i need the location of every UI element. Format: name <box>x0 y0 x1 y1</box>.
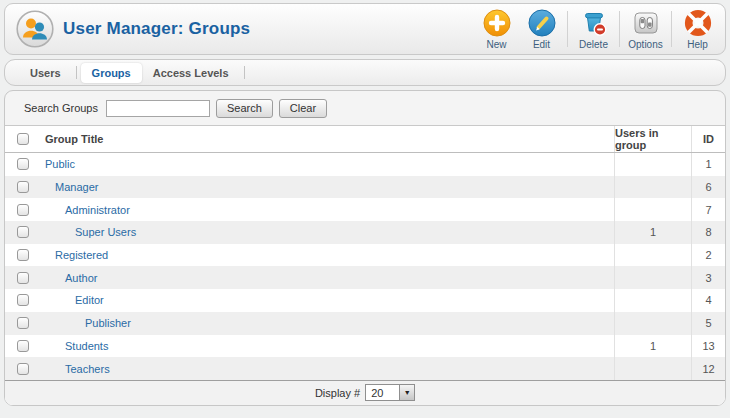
table-row: Publisher 5 <box>5 312 725 335</box>
id-cell: 8 <box>691 221 725 244</box>
group-title-link[interactable]: Publisher <box>45 317 131 329</box>
users-in-group-cell <box>614 153 691 176</box>
delete-icon <box>580 9 608 37</box>
row-checkbox[interactable] <box>17 181 29 193</box>
select-all-checkbox[interactable] <box>17 133 29 145</box>
row-check-cell <box>5 176 41 199</box>
group-title-cell: Public <box>41 153 614 176</box>
row-check-cell <box>5 153 41 176</box>
id-cell: 4 <box>691 289 725 312</box>
group-title-cell: Registered <box>41 244 614 267</box>
table-footer: Display # 20 ▼ <box>5 380 725 405</box>
table-row: Teachers 12 <box>5 357 725 380</box>
edit-button[interactable]: Edit <box>519 4 564 54</box>
column-header-users-in-group[interactable]: Users in group <box>614 126 691 152</box>
users-in-group-cell <box>614 198 691 221</box>
group-title-cell: Author <box>41 266 614 289</box>
tab-groups[interactable]: Groups <box>81 63 142 83</box>
toolbar-button-label: New <box>486 39 506 50</box>
row-check-cell <box>5 266 41 289</box>
users-icon <box>16 10 54 48</box>
row-check-cell <box>5 289 41 312</box>
row-checkbox[interactable] <box>17 226 29 238</box>
table-row: Author 3 <box>5 266 725 289</box>
tab-access-levels[interactable]: Access Levels <box>142 63 240 83</box>
brand: User Manager: Groups <box>5 10 250 48</box>
delete-button[interactable]: Delete <box>571 4 616 54</box>
group-title-link[interactable]: Teachers <box>45 363 110 375</box>
tab-users[interactable]: Users <box>19 63 72 83</box>
new-icon <box>483 9 511 37</box>
id-cell: 13 <box>691 335 725 358</box>
toolbar-separator <box>619 11 620 47</box>
group-title-cell: Publisher <box>41 312 614 335</box>
group-title-link[interactable]: Editor <box>45 294 104 306</box>
users-in-group-cell <box>614 244 691 267</box>
row-checkbox[interactable] <box>17 204 29 216</box>
row-checkbox[interactable] <box>17 272 29 284</box>
group-title-link[interactable]: Administrator <box>45 204 130 216</box>
users-in-group-cell <box>614 289 691 312</box>
options-button[interactable]: Options <box>623 4 668 54</box>
table-row: Editor 4 <box>5 289 725 312</box>
edit-icon <box>528 9 556 37</box>
search-button[interactable]: Search <box>216 99 273 118</box>
table-row: Public 1 <box>5 153 725 176</box>
column-header-id[interactable]: ID <box>691 126 725 152</box>
id-cell: 7 <box>691 198 725 221</box>
row-check-cell <box>5 221 41 244</box>
main-panel: Search Groups Search Clear Group Title U… <box>4 90 726 406</box>
new-button[interactable]: New <box>474 4 519 54</box>
group-title-link[interactable]: Super Users <box>45 226 136 238</box>
group-title-cell: Manager <box>41 176 614 199</box>
toolbar: New Edit <box>474 4 725 54</box>
tab-bar: Users Groups Access Levels <box>4 59 726 86</box>
tab-separator <box>76 66 77 79</box>
group-title-cell: Administrator <box>41 198 614 221</box>
column-header-group-title[interactable]: Group Title <box>41 126 614 152</box>
groups-table: Group Title Users in group ID Public 1 M… <box>5 126 725 405</box>
group-title-link[interactable]: Registered <box>45 249 108 261</box>
toolbar-separator <box>671 11 672 47</box>
id-cell: 2 <box>691 244 725 267</box>
page: User Manager: Groups New <box>0 0 730 406</box>
toolbar-button-label: Options <box>628 39 662 50</box>
table-header-row: Group Title Users in group ID <box>5 126 725 153</box>
group-title-cell: Editor <box>41 289 614 312</box>
table-row: Students 1 13 <box>5 335 725 358</box>
row-checkbox[interactable] <box>17 363 29 375</box>
chevron-down-icon: ▼ <box>399 385 414 400</box>
toolbar-button-label: Help <box>687 39 708 50</box>
group-title-link[interactable]: Manager <box>45 181 98 193</box>
users-in-group-cell <box>614 312 691 335</box>
display-count-select[interactable]: 20 ▼ <box>365 384 415 401</box>
table-body: Public 1 Manager 6 Administrator 7 Super… <box>5 153 725 380</box>
row-checkbox[interactable] <box>17 340 29 352</box>
users-in-group-cell <box>614 357 691 380</box>
group-title-cell: Teachers <box>41 357 614 380</box>
search-input[interactable] <box>106 100 210 117</box>
id-cell: 3 <box>691 266 725 289</box>
row-check-cell <box>5 357 41 380</box>
table-row: Super Users 1 8 <box>5 221 725 244</box>
help-icon <box>684 9 712 37</box>
group-title-cell: Students <box>41 335 614 358</box>
row-check-cell <box>5 198 41 221</box>
id-cell: 5 <box>691 312 725 335</box>
row-checkbox[interactable] <box>17 294 29 306</box>
table-row: Manager 6 <box>5 176 725 199</box>
help-button[interactable]: Help <box>675 4 720 54</box>
row-checkbox[interactable] <box>17 158 29 170</box>
options-icon <box>632 9 660 37</box>
group-title-link[interactable]: Author <box>45 272 97 284</box>
row-checkbox[interactable] <box>17 317 29 329</box>
display-count-value: 20 <box>366 385 399 400</box>
group-title-link[interactable]: Students <box>45 340 108 352</box>
toolbar-button-label: Delete <box>579 39 608 50</box>
clear-button[interactable]: Clear <box>279 99 327 118</box>
group-title-link[interactable]: Public <box>45 158 75 170</box>
id-cell: 6 <box>691 176 725 199</box>
row-check-cell <box>5 244 41 267</box>
row-checkbox[interactable] <box>17 249 29 261</box>
tab-separator <box>244 66 245 79</box>
